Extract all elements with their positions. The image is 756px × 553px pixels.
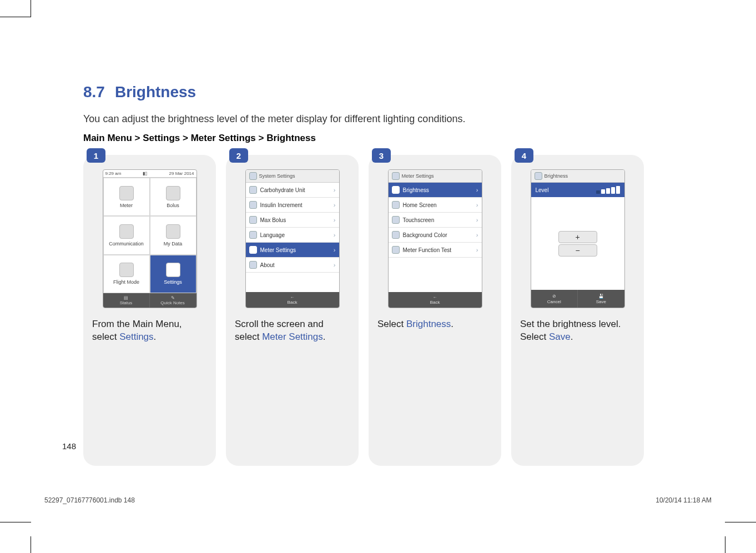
adjust-area: + − — [531, 197, 624, 290]
step-caption: Select Brightness. — [376, 318, 493, 331]
screen-header: System Settings — [246, 170, 339, 183]
foot-label: Cancel — [547, 299, 561, 304]
row-about[interactable]: About› — [246, 258, 339, 273]
brightness-icon — [392, 186, 400, 194]
menu-label: My Data — [164, 241, 183, 247]
crop-mark — [725, 536, 725, 553]
quick-notes-button[interactable]: ✎Quick Notes — [150, 293, 196, 308]
chevron-right-icon: › — [334, 247, 336, 253]
row-label: Touchscreen — [403, 217, 435, 223]
menu-label: Meter — [120, 203, 133, 208]
device-screen-brightness: Brightness Level + − ⊘Cancel — [531, 169, 625, 308]
section-number: 8.7 — [83, 83, 105, 100]
back-button[interactable]: ←Back — [389, 292, 482, 308]
bottom-bar: ▤Status ✎Quick Notes — [103, 293, 196, 308]
meter-icon — [119, 186, 134, 200]
device-screen-system-settings: System Settings Carbohydrate Unit› Insul… — [245, 169, 340, 308]
row-brightness[interactable]: Brightness› — [389, 183, 482, 198]
info-icon — [249, 261, 257, 269]
row-meter-settings[interactable]: Meter Settings› — [246, 243, 339, 258]
chevron-right-icon: › — [476, 217, 478, 223]
chevron-right-icon: › — [334, 202, 336, 208]
step-badge: 4 — [515, 148, 533, 163]
communication-icon — [119, 224, 134, 239]
caption-text: . — [154, 331, 157, 342]
menu-item-flight-mode[interactable]: Flight Mode — [103, 255, 150, 293]
steps-row: 1 9:29 am ▮▯ 29 Mar 2014 Meter Bolus Com… — [83, 155, 644, 466]
crop-mark — [31, 0, 31, 17]
menu-item-communication[interactable]: Communication — [103, 216, 150, 254]
level-row: Level — [531, 183, 624, 197]
step-card: 4 Brightness Level + − — [511, 155, 644, 466]
row-label: Carbohydrate Unit — [260, 187, 305, 193]
page-number: 148 — [62, 441, 76, 451]
row-label: Meter Settings — [260, 247, 296, 253]
row-carbohydrate-unit[interactable]: Carbohydrate Unit› — [246, 183, 339, 198]
menu-label: Communication — [109, 241, 144, 247]
page-content: 8.7Brightness You can adjust the brightn… — [83, 83, 644, 466]
flight-mode-icon — [119, 263, 134, 277]
settings-list: Carbohydrate Unit› Insulin Increment› Ma… — [246, 183, 339, 292]
bar-icon — [601, 189, 605, 194]
screen-header: Brightness — [531, 170, 624, 183]
device-screen-main-menu: 9:29 am ▮▯ 29 Mar 2014 Meter Bolus Commu… — [103, 169, 197, 308]
status-bar: 9:29 am ▮▯ 29 Mar 2014 — [103, 170, 196, 178]
bar-icon — [606, 188, 610, 194]
plus-icon: + — [575, 233, 579, 242]
step-badge: 1 — [87, 148, 105, 163]
status-button[interactable]: ▤Status — [103, 293, 150, 308]
increase-button[interactable]: + — [558, 231, 597, 243]
row-touchscreen[interactable]: Touchscreen› — [389, 213, 482, 228]
chevron-right-icon: › — [476, 247, 478, 253]
section-heading: 8.7Brightness — [83, 83, 644, 101]
cancel-button[interactable]: ⊘Cancel — [531, 290, 578, 308]
caption-text: . — [323, 331, 326, 342]
header-icon — [392, 172, 400, 180]
chevron-right-icon: › — [334, 187, 336, 193]
row-background-color[interactable]: Background Color› — [389, 228, 482, 243]
menu-item-settings[interactable]: Settings — [150, 255, 196, 293]
bottom-bar: ⊘Cancel 💾Save — [531, 290, 624, 308]
row-language[interactable]: Language› — [246, 228, 339, 243]
footer-timestamp: 10/20/14 11:18 AM — [656, 496, 712, 504]
save-button[interactable]: 💾Save — [578, 290, 624, 308]
menu-label: Settings — [164, 279, 182, 285]
menu-item-my-data[interactable]: My Data — [150, 216, 196, 254]
row-label: Insulin Increment — [260, 202, 303, 208]
step-caption: Scroll the screen and select Meter Setti… — [234, 318, 351, 344]
chevron-right-icon: › — [476, 202, 478, 208]
minus-icon: − — [575, 246, 579, 255]
caption-highlight: Settings — [119, 331, 153, 342]
main-menu-grid: Meter Bolus Communication My Data Flight… — [103, 178, 196, 293]
touchscreen-icon — [392, 216, 400, 224]
header-title: System Settings — [259, 173, 295, 179]
menu-item-meter[interactable]: Meter — [103, 178, 150, 216]
menu-item-bolus[interactable]: Bolus — [150, 178, 196, 216]
brightness-bars — [596, 186, 620, 194]
caption-text: Select — [377, 319, 406, 329]
row-label: Meter Function Test — [403, 247, 452, 253]
cancel-icon: ⊘ — [552, 294, 556, 299]
foot-label: Save — [596, 299, 606, 304]
status-date: 29 Mar 2014 — [169, 171, 194, 176]
foot-label: Quick Notes — [160, 300, 185, 305]
test-icon — [392, 246, 400, 254]
row-insulin-increment[interactable]: Insulin Increment› — [246, 198, 339, 213]
arrow-left-icon: ← — [290, 295, 295, 300]
my-data-icon — [166, 224, 180, 239]
row-meter-function-test[interactable]: Meter Function Test› — [389, 243, 482, 258]
step-caption: From the Main Menu, select Settings. — [91, 318, 208, 344]
language-icon — [249, 231, 257, 239]
row-home-screen[interactable]: Home Screen› — [389, 198, 482, 213]
back-button[interactable]: ←Back — [246, 292, 339, 308]
decrease-button[interactable]: − — [558, 244, 597, 257]
header-title: Brightness — [545, 173, 568, 179]
header-title: Meter Settings — [402, 173, 434, 179]
row-label: Home Screen — [403, 202, 437, 208]
save-icon: 💾 — [598, 294, 604, 299]
step-card: 3 Meter Settings Brightness› Home Screen… — [369, 155, 501, 466]
row-max-bolus[interactable]: Max Bolus› — [246, 213, 339, 228]
status-time: 9:29 am — [105, 171, 122, 176]
notes-icon: ✎ — [171, 295, 175, 300]
step-badge: 3 — [372, 148, 391, 163]
